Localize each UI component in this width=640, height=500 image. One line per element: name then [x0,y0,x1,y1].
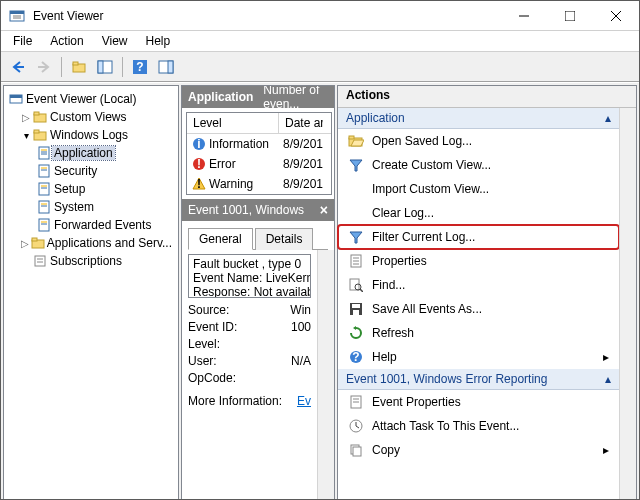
tree-setup-label: Setup [52,182,87,196]
action-open-saved-log[interactable]: Open Saved Log... [338,129,619,153]
refresh-icon [348,326,364,340]
tree-setup[interactable]: Setup [6,180,176,198]
action-help[interactable]: ? Help ▸ [338,345,619,369]
open-folder-icon [348,134,364,148]
collapse-icon[interactable]: ▴ [605,372,611,386]
kv-more-v[interactable]: Ev [292,393,311,410]
svg-line-58 [360,289,363,292]
up-folder-button[interactable] [68,56,90,78]
grid-row[interactable]: ! Error 8/9/201 [187,154,331,174]
minimize-button[interactable] [501,1,547,31]
copy-icon [348,443,364,457]
action-filter-current-log[interactable]: Filter Current Log... [338,225,619,249]
save-icon [348,302,364,316]
log-icon [36,182,52,196]
action-save-all-events[interactable]: Save All Events As... [338,297,619,321]
actions-scrollbar[interactable] [619,108,636,499]
kv-opcode-v [250,370,311,387]
tab-general[interactable]: General [188,228,253,250]
folder-icon [32,111,48,123]
expand-icon[interactable]: ▷ [20,112,32,123]
submenu-arrow-icon: ▸ [603,443,609,457]
info-icon: i [191,137,207,151]
tab-details[interactable]: Details [255,228,314,250]
svg-rect-11 [73,62,78,65]
action-label: Filter Current Log... [372,230,475,244]
grid-row[interactable]: i Information 8/9/201 [187,134,331,154]
tree-custom-views[interactable]: ▷ Custom Views [6,108,176,126]
svg-rect-24 [39,147,49,159]
action-refresh[interactable]: Refresh [338,321,619,345]
tree-windows-logs[interactable]: ▾ Windows Logs [6,126,176,144]
svg-rect-41 [32,238,37,241]
properties-icon [348,395,364,409]
action-attach-task[interactable]: Attach Task To This Event... [338,414,619,438]
kv-source-k: Source: [188,302,250,319]
action-clear-log[interactable]: Clear Log... [338,201,619,225]
actions-group-event[interactable]: Event 1001, Windows Error Reporting ▴ [338,369,619,390]
svg-rect-13 [98,61,103,73]
svg-text:?: ? [136,60,143,74]
actions-pane: Actions Application ▴ Open Saved Log... … [337,85,637,499]
tree-root[interactable]: Event Viewer (Local) [6,90,176,108]
tree-application[interactable]: Application [6,144,176,162]
close-button[interactable] [593,1,639,31]
action-label: Open Saved Log... [372,134,472,148]
show-hide-action-button[interactable] [155,56,177,78]
action-find[interactable]: Find... [338,273,619,297]
grid-row[interactable]: ! Warning 8/9/201 [187,174,331,194]
collapse-icon[interactable]: ▴ [605,111,611,125]
toolbar-separator [61,57,62,77]
action-copy[interactable]: Copy ▸ [338,438,619,462]
show-hide-tree-button[interactable] [94,56,116,78]
menu-view[interactable]: View [94,32,136,50]
action-event-properties[interactable]: Event Properties [338,390,619,414]
find-icon [348,278,364,292]
tree-system[interactable]: System [6,198,176,216]
action-create-custom-view[interactable]: Create Custom View... [338,153,619,177]
help-button[interactable]: ? [129,56,151,78]
app-icon [9,8,25,24]
tree-subscriptions[interactable]: Subscriptions [6,252,176,270]
menu-action[interactable]: Action [42,32,91,50]
actions-title: Actions [338,86,636,108]
actions-group-application[interactable]: Application ▴ [338,108,619,129]
col-level[interactable]: Level [187,113,279,133]
action-import-custom-view[interactable]: Import Custom View... [338,177,619,201]
detail-line: Fault bucket , type 0 [193,257,306,271]
tree-apps-services-label: Applications and Serv... [45,236,174,250]
maximize-button[interactable] [547,1,593,31]
detail-scrollbar[interactable] [317,250,334,499]
col-date[interactable]: Date ar [279,113,323,133]
folder-icon [32,129,48,141]
log-icon [36,218,52,232]
toolbar-separator-2 [122,57,123,77]
tree-system-label: System [52,200,96,214]
svg-rect-5 [565,11,575,21]
action-properties[interactable]: Properties [338,249,619,273]
tree-custom-views-label: Custom Views [48,110,128,124]
menu-file[interactable]: File [5,32,40,50]
kv-more-k: More Information: [188,393,292,410]
svg-rect-61 [353,310,359,315]
svg-rect-28 [39,165,49,177]
kv-opcode-k: OpCode: [188,370,250,387]
close-detail-button[interactable]: × [320,202,328,218]
collapse-icon[interactable]: ▾ [20,130,32,141]
row-date: 8/9/201 [283,177,327,191]
tree-security-label: Security [52,164,99,178]
expand-icon[interactable]: ▷ [20,238,31,249]
svg-rect-19 [10,95,22,98]
back-button[interactable] [7,56,29,78]
tree-apps-services[interactable]: ▷ Applications and Serv... [6,234,176,252]
log-panel: Application Number of even... Level Date… [181,85,335,499]
tree-forwarded[interactable]: Forwarded Events [6,216,176,234]
detail-header: Event 1001, Windows × [182,199,334,221]
tree-security[interactable]: Security [6,162,176,180]
funnel-icon [348,230,364,244]
menu-help[interactable]: Help [138,32,179,50]
log-icon [36,164,52,178]
forward-button[interactable] [33,56,55,78]
title-bar: Event Viewer [1,1,639,31]
svg-text:!: ! [197,177,201,191]
